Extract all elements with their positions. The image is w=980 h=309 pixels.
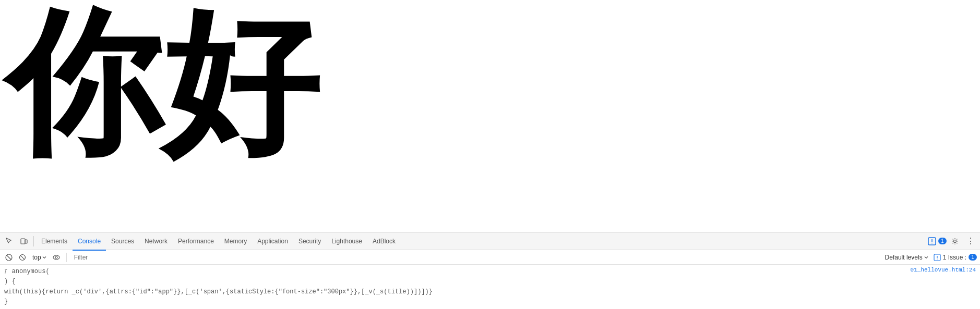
tab-security[interactable]: Security <box>293 233 326 251</box>
issue-count-label: 1 Issue : <box>943 254 966 261</box>
devtools-right-buttons: 1 ⋮ <box>928 234 978 249</box>
tab-sources[interactable]: Sources <box>106 233 139 251</box>
eye-button[interactable] <box>51 252 62 263</box>
device-toolbar-icon[interactable] <box>17 234 31 249</box>
default-levels-label: Default levels <box>885 254 923 261</box>
console-toolbar-right: Default levels 1 Issue : 1 <box>883 253 977 262</box>
console-code-2: ) { <box>4 277 16 287</box>
tab-network[interactable]: Network <box>139 233 173 251</box>
filter-input[interactable] <box>71 253 881 262</box>
console-line-3: with(this){return _c('div',{attrs:{"id":… <box>4 287 976 297</box>
more-options-button[interactable]: ⋮ <box>963 234 978 249</box>
block-requests-button[interactable] <box>17 252 28 263</box>
console-line-4: } <box>4 297 976 307</box>
svg-point-4 <box>931 242 933 243</box>
svg-rect-1 <box>25 240 27 243</box>
issues-badge: 1 <box>938 238 947 244</box>
chinese-heading: 你好 <box>5 5 318 162</box>
page-content: 你好 <box>0 0 980 232</box>
inspect-element-icon[interactable] <box>2 234 17 249</box>
console-code-1: anonymous( <box>12 267 50 277</box>
devtools-tabs-bar: Elements Console Sources Network Perform… <box>0 232 980 250</box>
tab-memory[interactable]: Memory <box>219 233 252 251</box>
default-levels-button[interactable]: Default levels <box>883 253 930 262</box>
tab-application[interactable]: Application <box>252 233 293 251</box>
svg-rect-0 <box>21 239 25 244</box>
svg-line-7 <box>7 255 11 259</box>
tabs-divider <box>33 236 34 246</box>
svg-point-14 <box>937 258 937 259</box>
context-label: top <box>32 254 41 261</box>
issues-button[interactable]: 1 <box>928 237 947 245</box>
console-row-1: ƒ anonymous( 01_helloVue.html:24 <box>4 267 976 277</box>
tab-lighthouse[interactable]: Lighthouse <box>326 233 367 251</box>
tab-adblock[interactable]: AdBlock <box>367 233 401 251</box>
clear-console-button[interactable] <box>3 252 15 263</box>
toolbar-divider <box>66 253 67 262</box>
console-code-3: with(this){return _c('div',{attrs:{"id":… <box>4 287 433 297</box>
console-output: ƒ anonymous( 01_helloVue.html:24 ) { wit… <box>0 265 980 309</box>
context-selector[interactable]: top <box>30 253 49 262</box>
settings-button[interactable] <box>948 234 962 249</box>
tab-elements[interactable]: Elements <box>36 233 73 251</box>
issue-count-badge: 1 <box>969 254 977 261</box>
console-toolbar: top Default levels <box>0 250 980 265</box>
tab-performance[interactable]: Performance <box>173 233 219 251</box>
console-line-1: ƒ anonymous( <box>4 267 911 277</box>
function-prefix: ƒ <box>4 267 8 276</box>
svg-line-9 <box>20 255 25 259</box>
svg-point-11 <box>55 256 57 258</box>
svg-point-5 <box>954 240 957 242</box>
console-line-2: ) { <box>4 277 976 287</box>
devtools-panel: Elements Console Sources Network Perform… <box>0 232 980 309</box>
tab-console[interactable]: Console <box>73 233 106 251</box>
issue-indicator[interactable]: 1 Issue : 1 <box>934 254 977 261</box>
svg-point-10 <box>53 255 59 259</box>
console-code-4: } <box>4 297 8 307</box>
file-reference[interactable]: 01_helloVue.html:24 <box>911 267 976 277</box>
